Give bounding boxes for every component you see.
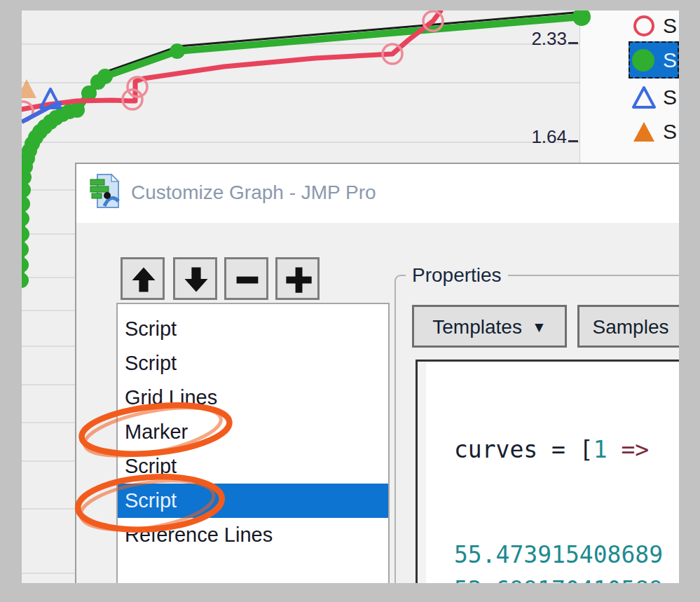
gridline xyxy=(22,43,579,45)
legend-open-circle-icon[interactable] xyxy=(631,13,657,39)
screenshot-frame xyxy=(679,0,700,602)
list-item-script[interactable]: Script xyxy=(118,449,388,484)
list-item-grid-lines[interactable]: Grid Lines xyxy=(118,381,388,415)
screenshot-frame xyxy=(0,583,700,602)
gridline xyxy=(22,82,579,83)
plus-icon xyxy=(282,264,315,295)
list-item-reference-lines[interactable]: Reference Lines xyxy=(118,518,388,552)
samples-button[interactable]: Samples xyxy=(577,305,684,348)
minus-icon xyxy=(231,264,263,295)
legend-filled-circle-icon[interactable] xyxy=(631,48,656,73)
remove-item-button[interactable] xyxy=(224,257,268,300)
legend-item-label-selected[interactable]: S xyxy=(663,47,677,74)
customize-graph-dialog: Customize Graph - JMP Pro ScriptScriptGr… xyxy=(75,163,700,602)
legend-open-triangle-icon[interactable] xyxy=(631,85,657,110)
list-item-marker[interactable]: Marker xyxy=(118,415,388,449)
script-editor[interactable]: curves = [1 => 55.47391540868953.6991704… xyxy=(416,360,700,602)
move-down-button[interactable] xyxy=(173,257,217,300)
list-item-script[interactable]: Script xyxy=(118,484,388,518)
samples-button-label: Samples xyxy=(593,308,669,346)
dialog-border xyxy=(75,163,76,602)
y-tick-mark xyxy=(568,140,578,142)
dialog-border xyxy=(75,163,700,164)
y-tick-label-164: 1.64 xyxy=(515,126,567,148)
move-up-button[interactable] xyxy=(121,257,165,300)
code-line: 55.473915408689 xyxy=(454,538,663,573)
list-item-script[interactable]: Script xyxy=(118,346,388,381)
screenshot-frame xyxy=(0,0,700,11)
up-arrow-icon xyxy=(128,264,160,295)
dialog-titlebar[interactable]: Customize Graph - JMP Pro xyxy=(75,163,700,223)
legend-item-label[interactable]: S xyxy=(663,13,677,39)
screenshot-frame xyxy=(0,0,22,602)
script-editor-gutter xyxy=(418,362,426,600)
code-line: curves = [1 => xyxy=(454,432,663,467)
y-tick-label-233: 2.33 xyxy=(515,28,567,50)
jmp-report-icon xyxy=(89,172,121,210)
properties-group-label: Properties xyxy=(406,264,508,287)
dropdown-arrow-icon: ▼ xyxy=(532,308,547,346)
add-item-button[interactable] xyxy=(275,257,320,300)
legend-filled-triangle-icon[interactable] xyxy=(631,119,657,144)
templates-button[interactable]: Templates▼ xyxy=(412,305,567,348)
legend-item-label[interactable]: S xyxy=(663,118,677,145)
y-tick-mark xyxy=(568,42,578,44)
templates-button-label: Templates xyxy=(432,308,522,346)
legend-item-label[interactable]: S xyxy=(663,84,677,111)
script-text: curves = [1 => 55.47391540868953.6991704… xyxy=(454,362,663,602)
display-elements-listbox[interactable]: ScriptScriptGrid LinesMarkerScriptScript… xyxy=(116,303,390,602)
gridline xyxy=(22,142,579,143)
dialog-title: Customize Graph - JMP Pro xyxy=(131,163,376,223)
down-arrow-icon xyxy=(180,264,212,295)
list-item-script[interactable]: Script xyxy=(118,312,388,346)
